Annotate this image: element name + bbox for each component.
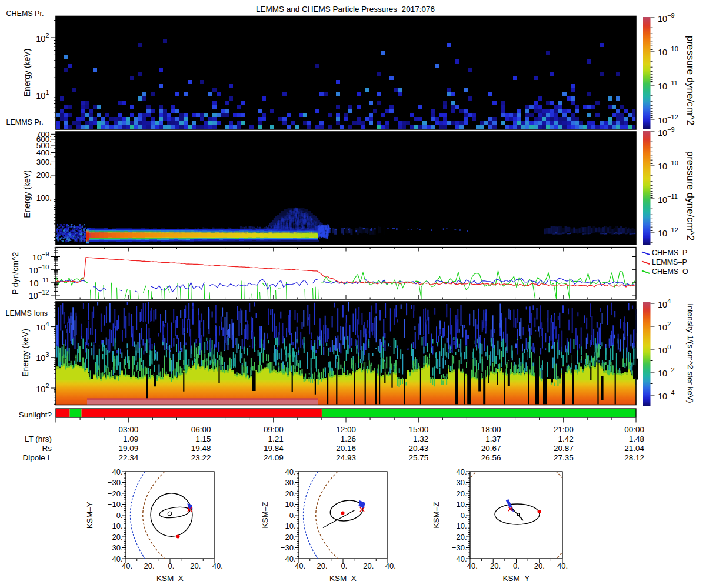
- svg-text:−40.: −40.: [381, 562, 396, 570]
- svg-text:10−11: 10−11: [658, 193, 678, 205]
- svg-text:102: 102: [36, 382, 49, 394]
- svg-text:102: 102: [658, 320, 671, 332]
- svg-text:30.: 30.: [456, 478, 467, 487]
- svg-text:−40.: −40.: [452, 554, 467, 563]
- svg-text:Energy (keV): Energy (keV): [22, 49, 32, 97]
- svg-text:19.84: 19.84: [264, 444, 284, 453]
- svg-text:1.15: 1.15: [195, 435, 211, 443]
- svg-text:23.22: 23.22: [191, 453, 211, 462]
- svg-text:10−2: 10−2: [658, 366, 675, 378]
- svg-text:KSM–X: KSM–X: [329, 574, 357, 583]
- svg-text:20.: 20.: [534, 562, 545, 570]
- svg-text:Energy (keV): Energy (keV): [22, 170, 32, 218]
- svg-text:intensity 1/(s cm^2 ster keV): intensity 1/(s cm^2 ster keV): [686, 303, 695, 403]
- svg-text:CHEMS–O: CHEMS–O: [652, 268, 688, 276]
- svg-text:KSM–Y: KSM–Y: [503, 574, 530, 583]
- svg-text:30.: 30.: [285, 478, 295, 487]
- svg-text:−10.: −10.: [108, 500, 123, 509]
- svg-text:1.42: 1.42: [558, 435, 573, 443]
- svg-text:0.: 0.: [513, 562, 519, 570]
- svg-text:10−12: 10−12: [29, 289, 49, 300]
- svg-text:CHEMS Pr.: CHEMS Pr.: [6, 9, 44, 18]
- svg-text:10−9: 10−9: [32, 250, 49, 262]
- svg-text:10.: 10.: [112, 522, 122, 530]
- svg-text:10−9: 10−9: [658, 12, 675, 24]
- svg-text:19.09: 19.09: [118, 444, 138, 453]
- svg-text:20.: 20.: [144, 562, 154, 570]
- svg-text:28.12: 28.12: [624, 453, 644, 462]
- svg-text:10−4: 10−4: [658, 389, 675, 401]
- svg-text:10−10: 10−10: [658, 45, 678, 57]
- svg-text:0.: 0.: [168, 562, 175, 570]
- svg-text:40.: 40.: [112, 554, 122, 563]
- svg-text:1.48: 1.48: [629, 435, 644, 443]
- svg-text:−10.: −10.: [452, 522, 467, 530]
- svg-text:10−12: 10−12: [658, 113, 678, 125]
- svg-text:20.67: 20.67: [481, 444, 501, 453]
- svg-text:KSM–Y: KSM–Y: [85, 502, 94, 529]
- svg-text:0.: 0.: [116, 511, 123, 520]
- svg-text:26.56: 26.56: [481, 453, 501, 462]
- svg-text:P dyn/cm^2: P dyn/cm^2: [11, 252, 20, 295]
- svg-text:400.: 400.: [36, 148, 52, 157]
- svg-text:20.43: 20.43: [408, 444, 428, 453]
- svg-text:Sunlight?: Sunlight?: [19, 410, 52, 419]
- svg-text:10−10: 10−10: [29, 263, 49, 275]
- svg-text:1.09: 1.09: [123, 435, 138, 443]
- svg-text:03:00: 03:00: [118, 425, 138, 434]
- svg-text:Energy (keV): Energy (keV): [21, 329, 30, 377]
- svg-text:−40.: −40.: [208, 562, 223, 570]
- svg-text:−30.: −30.: [108, 478, 123, 487]
- svg-text:10.: 10.: [285, 500, 295, 509]
- svg-text:KSM–Z: KSM–Z: [261, 502, 269, 528]
- svg-text:103: 103: [36, 351, 49, 363]
- svg-text:10−11: 10−11: [658, 79, 678, 91]
- svg-text:20.87: 20.87: [554, 444, 574, 453]
- svg-text:−20.: −20.: [281, 533, 296, 542]
- svg-text:−20.: −20.: [485, 562, 501, 570]
- svg-text:104: 104: [36, 320, 49, 332]
- svg-text:20.: 20.: [317, 562, 327, 570]
- svg-text:1.32: 1.32: [413, 435, 428, 443]
- svg-text:pressure dyne/cm^2: pressure dyne/cm^2: [685, 151, 696, 241]
- svg-text:104: 104: [658, 298, 671, 309]
- svg-text:LEMMS Pr.: LEMMS Pr.: [6, 118, 44, 126]
- svg-text:300.: 300.: [36, 158, 52, 166]
- svg-text:KSM–X: KSM–X: [156, 574, 184, 583]
- svg-text:10.: 10.: [456, 500, 467, 509]
- svg-text:101: 101: [36, 89, 49, 101]
- svg-text:0.: 0.: [461, 511, 467, 520]
- svg-text:−20.: −20.: [359, 562, 374, 570]
- svg-text:22.34: 22.34: [118, 453, 138, 462]
- svg-text:LEMMS–P: LEMMS–P: [652, 258, 687, 266]
- svg-text:1.37: 1.37: [485, 435, 501, 443]
- svg-text:Dipole L: Dipole L: [22, 453, 52, 462]
- svg-text:24.09: 24.09: [264, 453, 284, 462]
- svg-text:18:00: 18:00: [481, 425, 501, 434]
- svg-text:0.: 0.: [341, 562, 348, 570]
- svg-text:10−11: 10−11: [29, 276, 49, 288]
- svg-text:−30.: −30.: [281, 543, 296, 552]
- svg-text:Rs: Rs: [42, 444, 52, 453]
- svg-text:20.: 20.: [285, 489, 295, 498]
- svg-text:100: 100: [658, 343, 671, 355]
- svg-text:40.: 40.: [122, 562, 132, 570]
- svg-text:100.: 100.: [36, 193, 52, 202]
- svg-text:−10.: −10.: [281, 522, 296, 530]
- svg-text:−40.: −40.: [108, 467, 123, 476]
- svg-text:40.: 40.: [285, 467, 295, 476]
- svg-text:27.35: 27.35: [554, 453, 574, 462]
- svg-text:LEMMS Ions: LEMMS Ions: [6, 309, 48, 318]
- svg-text:10−10: 10−10: [658, 159, 678, 171]
- svg-text:CHEMS–P: CHEMS–P: [652, 249, 687, 257]
- svg-text:−20.: −20.: [108, 489, 123, 498]
- svg-text:200.: 200.: [36, 171, 52, 179]
- svg-text:20.16: 20.16: [336, 444, 356, 453]
- svg-text:102: 102: [36, 32, 49, 44]
- svg-text:25.75: 25.75: [408, 453, 428, 462]
- svg-text:pressure dyne/cm^2: pressure dyne/cm^2: [685, 36, 696, 126]
- svg-text:10−12: 10−12: [658, 226, 678, 238]
- svg-text:1.26: 1.26: [341, 435, 356, 443]
- svg-text:30.: 30.: [112, 543, 122, 552]
- svg-text:−20.: −20.: [186, 562, 201, 570]
